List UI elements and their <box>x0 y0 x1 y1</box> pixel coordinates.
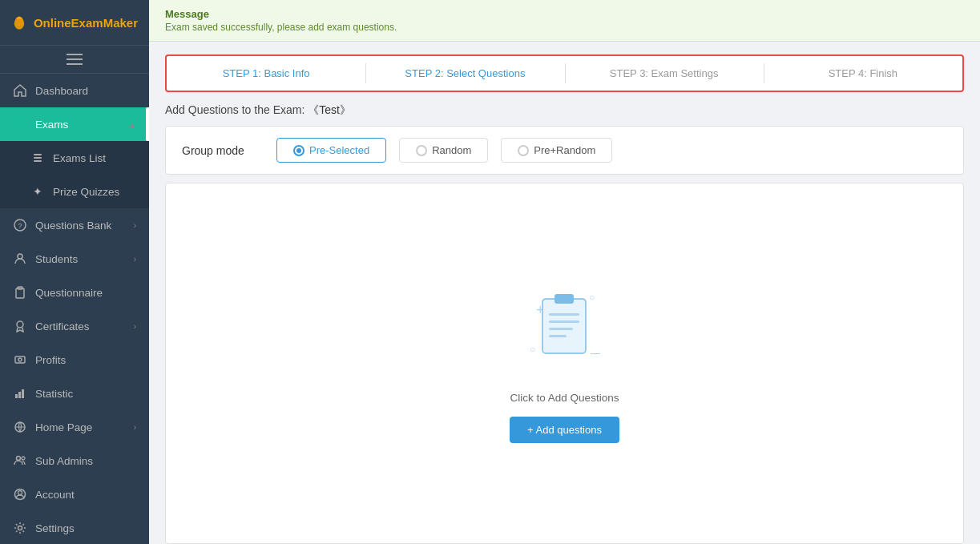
step-3-label: STEP 3: Exam Settings <box>610 67 719 79</box>
svg-text:—: — <box>591 346 600 359</box>
svg-rect-2 <box>34 154 42 155</box>
help-circle-icon: ? <box>13 218 27 232</box>
chevron-right-icon3: › <box>134 322 136 331</box>
svg-point-7 <box>18 254 22 259</box>
svg-point-18 <box>22 457 25 460</box>
exams-label: Exams <box>35 119 128 131</box>
questions-content-area: + ○ ○ — Click to Add Questions + Add que… <box>165 183 964 544</box>
brand-name: OnlineExamMaker <box>34 16 138 30</box>
check-circle-icon <box>13 117 27 131</box>
home-page-label: Home Page <box>35 421 134 433</box>
step-2-label: STEP 2: Select Questions <box>405 67 525 79</box>
sidebar-item-questions-bank[interactable]: ? Questions Bank › <box>0 208 149 242</box>
chevron-right-icon4: › <box>134 423 136 432</box>
sidebar-item-settings[interactable]: Settings <box>0 511 149 544</box>
questions-bank-label: Questions Bank <box>35 220 134 232</box>
radio-pre-selected-circle <box>293 145 304 156</box>
svg-rect-30 <box>549 328 573 330</box>
users-icon <box>13 453 27 468</box>
user-circle-icon <box>13 487 27 502</box>
globe-icon <box>13 420 27 434</box>
random-label: Random <box>432 144 471 156</box>
step-1[interactable]: STEP 1: Basic Info <box>167 56 365 91</box>
svg-point-20 <box>18 491 22 495</box>
sidebar-item-exams-list[interactable]: Exams List <box>0 141 149 175</box>
add-questions-button[interactable]: + Add questions <box>510 417 619 443</box>
gear-icon <box>13 521 27 535</box>
chevron-right-icon: › <box>134 221 136 230</box>
radio-random-circle <box>416 145 427 156</box>
message-body: Exam saved successfully, please add exam… <box>165 22 964 33</box>
settings-label: Settings <box>35 522 136 534</box>
chevron-right-icon2: › <box>134 255 136 264</box>
group-mode-area: Group mode Pre-Selected Random Pre+Rando… <box>165 126 964 175</box>
statistic-label: Statistic <box>35 388 136 400</box>
svg-text:○: ○ <box>589 292 595 303</box>
radio-pre-random[interactable]: Pre+Random <box>501 138 612 163</box>
sub-admins-label: Sub Admins <box>35 455 136 467</box>
step-4-label: STEP 4: Finish <box>829 67 897 79</box>
logo-icon <box>11 10 27 35</box>
message-title: Message <box>165 8 964 20</box>
sidebar-item-students[interactable]: Students › <box>0 242 149 276</box>
sidebar-item-sub-admins[interactable]: Sub Admins <box>0 444 149 478</box>
sidebar-item-questionnaire[interactable]: Questionnaire <box>0 276 149 309</box>
svg-point-10 <box>17 321 23 328</box>
sidebar-item-dashboard[interactable]: Dashboard <box>0 74 149 107</box>
step-1-label: STEP 1: Basic Info <box>223 67 310 79</box>
step-4[interactable]: STEP 4: Finish <box>764 56 962 91</box>
dashboard-label: Dashboard <box>35 85 136 97</box>
dollar-icon <box>13 353 27 367</box>
svg-rect-3 <box>34 157 42 159</box>
step-2[interactable]: STEP 2: Select Questions <box>365 56 564 91</box>
exam-name: 《Test》 <box>308 103 351 116</box>
svg-rect-13 <box>15 394 18 398</box>
sidebar-item-prize-quizzes[interactable]: ✦ Prize Quizzes <box>0 175 149 208</box>
home-icon <box>13 83 27 98</box>
add-questions-title: Add Questions to the Exam: <box>165 103 304 116</box>
active-indicator <box>146 107 149 141</box>
svg-point-17 <box>17 457 21 461</box>
pre-random-label: Pre+Random <box>534 144 595 156</box>
logo-area: OnlineExamMaker <box>0 0 149 46</box>
sidebar-toggle[interactable] <box>0 46 149 74</box>
svg-text:○: ○ <box>530 344 535 355</box>
user-icon <box>13 252 27 266</box>
sidebar-item-profits[interactable]: Profits <box>0 343 149 377</box>
svg-rect-8 <box>16 288 24 298</box>
sidebar-item-statistic[interactable]: Statistic <box>0 377 149 410</box>
sidebar-item-home-page[interactable]: Home Page › <box>0 410 149 444</box>
exams-list-label: Exams List <box>53 152 136 164</box>
svg-rect-4 <box>34 160 42 162</box>
certificates-label: Certificates <box>35 320 134 332</box>
sidebar-nav: Dashboard Exams ▲ Exams List ✦ Prize Qui… <box>0 74 149 544</box>
students-label: Students <box>35 253 134 265</box>
group-mode-label: Group mode <box>182 144 254 157</box>
main-content: Message Exam saved successfully, please … <box>149 0 980 544</box>
sidebar-item-certificates[interactable]: Certificates › <box>0 309 149 343</box>
radio-pre-selected[interactable]: Pre-Selected <box>276 138 386 163</box>
svg-rect-31 <box>549 335 567 337</box>
hamburger-icon <box>67 54 83 65</box>
profits-label: Profits <box>35 354 136 366</box>
step-3[interactable]: STEP 3: Exam Settings <box>565 56 764 91</box>
clipboard-nav-icon <box>13 285 27 300</box>
svg-rect-29 <box>549 320 579 323</box>
chevron-down-icon: ▲ <box>128 120 136 129</box>
star-icon: ✦ <box>30 184 45 199</box>
sidebar-item-account[interactable]: Account <box>0 478 149 511</box>
radio-pre-random-circle <box>518 145 529 156</box>
empty-illustration: + ○ ○ — Click to Add Questions + Add que… <box>510 284 619 443</box>
message-bar: Message Exam saved successfully, please … <box>149 0 980 42</box>
svg-rect-27 <box>555 294 574 304</box>
svg-text:?: ? <box>18 222 22 230</box>
bar-chart-icon <box>13 386 27 401</box>
sidebar-item-exams[interactable]: Exams ▲ <box>0 107 149 141</box>
svg-rect-15 <box>22 389 24 398</box>
svg-point-21 <box>18 526 22 530</box>
prize-quizzes-label: Prize Quizzes <box>53 186 136 198</box>
award-icon <box>13 319 27 333</box>
svg-rect-14 <box>18 392 21 398</box>
radio-random[interactable]: Random <box>399 138 488 163</box>
list-icon <box>30 151 45 165</box>
